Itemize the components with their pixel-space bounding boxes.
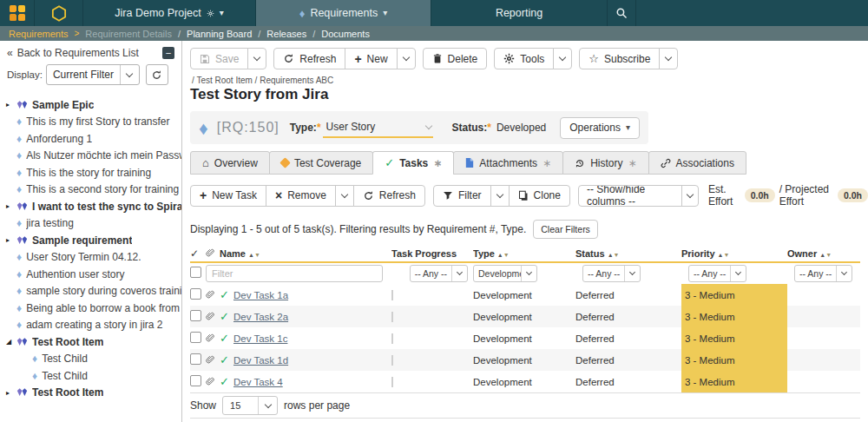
- nav-item-requirements[interactable]: ♦ Requirements ▾: [256, 0, 431, 26]
- sort-asc-icon[interactable]: ▲: [608, 252, 614, 258]
- collapsed-arrow-icon[interactable]: ▸: [6, 101, 16, 109]
- select-all-checkbox[interactable]: [190, 267, 201, 278]
- sort-desc-icon[interactable]: ▼: [254, 252, 260, 258]
- workspace-switcher[interactable]: [35, 0, 83, 26]
- breadcrumb-planning-board[interactable]: Planning Board: [187, 29, 252, 39]
- status-filter-select[interactable]: -- Any --: [582, 265, 641, 282]
- tree-item[interactable]: ♦This is the story for training: [0, 164, 181, 181]
- chevron-down-icon: ▾: [626, 123, 630, 132]
- tree-item[interactable]: ▸Sample Epic: [0, 96, 181, 114]
- tree-item[interactable]: ▸Test Root Item: [0, 385, 181, 402]
- subscribe-dropdown-button[interactable]: [659, 48, 678, 69]
- collapsed-arrow-icon[interactable]: ▸: [6, 389, 16, 397]
- tab-attachments[interactable]: Attachments ∗: [453, 151, 563, 175]
- task-name-link[interactable]: Dev Task 1a: [233, 290, 288, 300]
- clone-icon: [518, 190, 529, 201]
- search-button[interactable]: [608, 0, 636, 26]
- row-checkbox[interactable]: [190, 332, 201, 343]
- task-name-link[interactable]: Dev Task 1c: [233, 333, 287, 344]
- nav-item-reporting[interactable]: Reporting: [431, 0, 608, 26]
- remove-dropdown-button[interactable]: [335, 185, 354, 207]
- task-name-link[interactable]: Dev Task 1d: [233, 355, 288, 366]
- expanded-arrow-icon[interactable]: ◢: [6, 338, 16, 346]
- row-checkbox[interactable]: [190, 310, 201, 321]
- sort-desc-icon[interactable]: ▼: [503, 252, 510, 258]
- tree-item[interactable]: ♦Anforderung 1: [0, 130, 181, 148]
- progress-filter-select[interactable]: -- Any --: [410, 265, 468, 282]
- priority-filter-select[interactable]: -- Any --: [688, 265, 746, 282]
- filter-dropdown-button[interactable]: [490, 185, 510, 207]
- project-menu[interactable]: Jira Demo Project ▾: [83, 0, 256, 26]
- new-button[interactable]: + New: [345, 48, 397, 69]
- app-logo[interactable]: [0, 0, 35, 26]
- sidebar-refresh-button[interactable]: [146, 64, 168, 85]
- delete-button[interactable]: Delete: [423, 48, 488, 69]
- clone-button[interactable]: Clone: [509, 185, 570, 207]
- nav-reporting-label: Reporting: [496, 7, 542, 19]
- row-checkbox[interactable]: [190, 375, 201, 386]
- column-header-name[interactable]: Name▲▼: [220, 248, 391, 259]
- name-filter-input[interactable]: [206, 265, 383, 282]
- column-header-type[interactable]: Type▲▼: [473, 248, 575, 259]
- save-dropdown-button[interactable]: [247, 48, 266, 69]
- rows-per-page-select[interactable]: 15: [222, 396, 278, 415]
- sort-desc-icon[interactable]: ▼: [723, 252, 729, 258]
- tree-item[interactable]: ♦adam creating a story in jira 2: [0, 317, 181, 334]
- type-select[interactable]: User Story: [323, 117, 433, 138]
- tab-tasks[interactable]: ✓ Tasks ∗: [372, 151, 454, 175]
- filter-button[interactable]: Filter: [433, 185, 491, 207]
- remove-task-button[interactable]: × Remove: [266, 185, 336, 207]
- row-checkbox[interactable]: [190, 353, 201, 365]
- tab-associations[interactable]: Associations: [648, 151, 746, 175]
- new-task-button[interactable]: + New Task: [190, 185, 266, 207]
- sort-asc-icon[interactable]: ▲: [248, 252, 254, 258]
- tree-item[interactable]: ♦This is my first Story to transfer: [0, 114, 181, 131]
- breadcrumb-releases[interactable]: Releases: [266, 29, 306, 39]
- collapse-sidebar-button[interactable]: –: [162, 47, 174, 59]
- back-to-requirements-link[interactable]: « Back to Requirements List: [7, 47, 139, 59]
- tab-history[interactable]: History ∗: [562, 151, 648, 175]
- task-name-link[interactable]: Dev Task 4: [233, 377, 283, 387]
- tab-overview[interactable]: ⌂ Overview: [190, 151, 270, 175]
- tree-item[interactable]: ♦Test Child: [0, 367, 181, 385]
- owner-filter-select[interactable]: -- Any --: [794, 265, 852, 282]
- collapsed-arrow-icon[interactable]: ▸: [6, 236, 16, 244]
- tree-item[interactable]: ▸Sample requirement: [0, 232, 181, 249]
- column-header-owner[interactable]: Owner▲▼: [787, 248, 860, 259]
- task-refresh-button[interactable]: Refresh: [353, 185, 425, 207]
- clear-filters-button[interactable]: Clear Filters: [533, 220, 598, 239]
- save-button[interactable]: Save: [190, 48, 248, 69]
- breadcrumb-documents[interactable]: Documents: [321, 29, 370, 39]
- tree-item[interactable]: ◢Test Root Item: [0, 333, 181, 351]
- type-filter-select[interactable]: Developme: [473, 265, 537, 282]
- select-all-check-icon[interactable]: ✓: [190, 247, 206, 260]
- tools-button[interactable]: Tools: [494, 48, 554, 69]
- show-hide-columns-select[interactable]: -- Show/hide columns --: [578, 185, 699, 207]
- breadcrumb-requirements[interactable]: Requirements: [9, 29, 68, 39]
- tree-item[interactable]: ▸I want to test the sync to Spira: [0, 198, 181, 215]
- tree-item[interactable]: ♦Als Nutzer möchte ich mein Passw: [0, 148, 181, 165]
- display-filter-select[interactable]: Current Filter: [46, 64, 140, 85]
- tree-item[interactable]: ♦sample story during coveros training: [0, 283, 181, 300]
- tree-item[interactable]: ♦User Story Termin 04.12.: [0, 249, 181, 267]
- row-checkbox[interactable]: [190, 288, 201, 300]
- tree-item[interactable]: ♦Being able to borrow a book from: [0, 300, 181, 317]
- refresh-button[interactable]: Refresh: [273, 48, 345, 69]
- column-header-status[interactable]: Status▲▼: [575, 248, 681, 259]
- tree-item[interactable]: ♦Test Child: [0, 351, 181, 368]
- tree-item[interactable]: ♦This is a second story for training: [0, 181, 181, 199]
- new-dropdown-button[interactable]: [397, 48, 416, 69]
- sort-desc-icon[interactable]: ▼: [614, 252, 620, 258]
- operations-button[interactable]: Operations ▾: [560, 117, 640, 139]
- sort-asc-icon[interactable]: ▲: [497, 252, 503, 258]
- column-header-priority[interactable]: Priority▲▼: [681, 248, 787, 259]
- tree-item[interactable]: ♦jira testing: [0, 215, 181, 233]
- tab-test-coverage[interactable]: Test Coverage: [269, 151, 373, 175]
- tools-dropdown-button[interactable]: [553, 48, 572, 69]
- story-diamond-icon: ♦: [16, 285, 22, 297]
- tree-item[interactable]: ♦Authention user story: [0, 266, 181, 283]
- sort-desc-icon[interactable]: ▼: [825, 252, 832, 258]
- collapsed-arrow-icon[interactable]: ▸: [6, 202, 16, 210]
- task-name-link[interactable]: Dev Task 2a: [233, 312, 288, 322]
- subscribe-button[interactable]: ☆ Subscribe: [579, 48, 660, 69]
